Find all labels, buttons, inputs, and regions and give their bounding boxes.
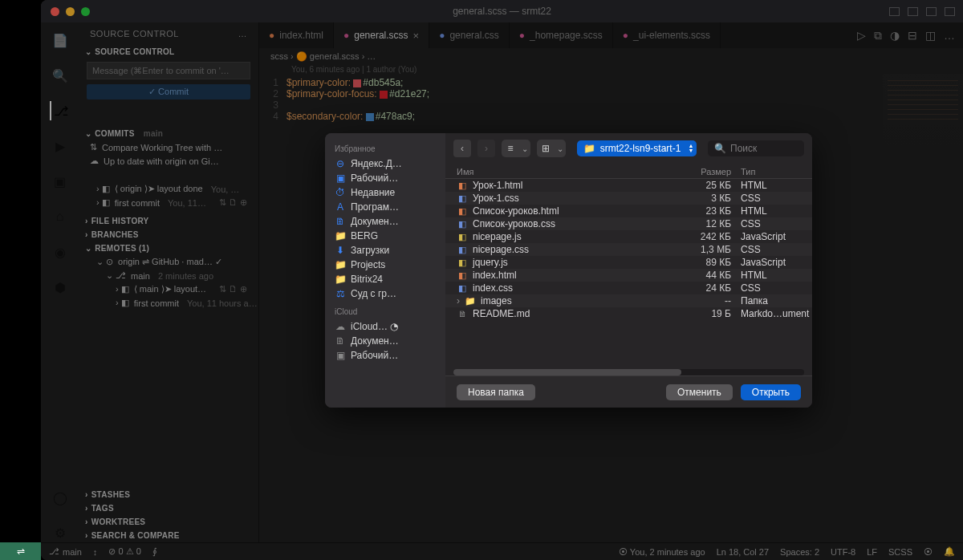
sidebar-item[interactable]: ⏱Недавние (331, 185, 439, 200)
file-row[interactable]: ◧nicepage.css1,3 МБCSSСего… (445, 243, 812, 256)
dialog-footer: Новая папка Отменить Открыть (445, 375, 812, 408)
file-row[interactable]: ◧index.css24 КБCSSСего… (445, 282, 812, 294)
icloud-header: iCloud (335, 307, 439, 316)
html-icon: ◧ (457, 205, 468, 217)
dialog-sidebar: Избранное ⊖Яндекс.Д…▣Рабочий…⏱НедавниеAП… (325, 133, 445, 408)
file-row[interactable]: › 📁images--ПапкаСего… (445, 294, 812, 307)
file-list: ◧Урок-1.html25 КБHTMLСего…◧Урок-1.css3 К… (445, 179, 812, 364)
vscode-window: general.scss — srmt22 📄 🔍 ⎇ ▶ ▣ ⌂ ◉ ⬢ ◯ … (41, 0, 963, 560)
js-icon: ◧ (457, 231, 468, 242)
sidebar-item[interactable]: 🗎Докумен… (331, 334, 439, 348)
sidebar-item[interactable]: ☁iCloud… ◔ (331, 319, 439, 334)
remote-indicator[interactable]: ⇌ (0, 542, 41, 560)
open-button[interactable]: Открыть (741, 384, 801, 400)
cancel-button[interactable]: Отменить (666, 384, 733, 400)
fold-icon: 📁 (465, 295, 476, 306)
list-view-icon[interactable]: ≡ (502, 140, 519, 157)
css-icon: ◧ (457, 244, 468, 255)
css-icon: ◧ (457, 193, 468, 204)
nav-back-icon[interactable]: ‹ (453, 140, 471, 157)
favorites-header: Избранное (335, 144, 439, 153)
search-icon: 🔍 (714, 143, 726, 154)
folder-path-dropdown[interactable]: 📁 srmt22-lsn9-start-1 ▲▼ (577, 140, 697, 156)
folder-icon: 📁 (583, 143, 595, 154)
column-headers[interactable]: Имя Размер Тип Дата… (445, 164, 812, 179)
sidebar-item[interactable]: ⬇Загрузки (331, 243, 439, 258)
sidebar-item[interactable]: ▣Рабочий… (331, 171, 439, 185)
new-folder-button[interactable]: Новая папка (457, 384, 535, 400)
file-row[interactable]: 🗎README.md19 БMarkdo…umentСего… (445, 307, 812, 320)
dialog-search[interactable]: 🔍 Поиск (708, 140, 804, 156)
md-icon: 🗎 (457, 308, 468, 319)
sidebar-item[interactable]: 📁BERG (331, 229, 439, 243)
nav-forward-icon[interactable]: › (477, 140, 495, 157)
sidebar-item[interactable]: 📁Projects (331, 258, 439, 272)
horizontal-scrollbar[interactable] (453, 369, 804, 375)
js-icon: ◧ (457, 257, 468, 268)
grid-view-icon[interactable]: ⊞ (537, 140, 555, 157)
sidebar-item[interactable]: 🗎Докумен… (331, 214, 439, 229)
file-row[interactable]: ◧nicepage.js242 КБJavaScriptСего… (445, 230, 812, 243)
dialog-toolbar: ‹ › ≡⌄ ⊞⌄ 📁 srmt22-lsn9-start-1 ▲▼ (445, 133, 812, 164)
sidebar-item[interactable]: ▣Рабочий… (331, 348, 439, 363)
sidebar-item[interactable]: 📁Bitrix24 (331, 272, 439, 286)
css-icon: ◧ (457, 218, 468, 229)
open-file-dialog: Избранное ⊖Яндекс.Д…▣Рабочий…⏱НедавниеAП… (325, 133, 812, 408)
html-icon: ◧ (457, 270, 468, 281)
file-row[interactable]: ◧Список-уроков.css12 КБCSSСего… (445, 217, 812, 230)
file-row[interactable]: ◧Урок-1.html25 КБHTMLСего… (445, 179, 812, 192)
file-row[interactable]: ◧index.html44 КБHTMLСего… (445, 269, 812, 282)
sidebar-item[interactable]: ⚖Суд с гр… (331, 286, 439, 301)
file-row[interactable]: ◧Список-уроков.html23 КБHTMLСего… (445, 205, 812, 217)
html-icon: ◧ (457, 180, 468, 191)
sidebar-item[interactable]: AПрограм… (331, 200, 439, 214)
css-icon: ◧ (457, 282, 468, 294)
sidebar-item[interactable]: ⊖Яндекс.Д… (331, 156, 439, 171)
file-row[interactable]: ◧jquery.js89 КБJavaScriptСего… (445, 256, 812, 269)
file-row[interactable]: ◧Урок-1.css3 КБCSSСего… (445, 192, 812, 205)
